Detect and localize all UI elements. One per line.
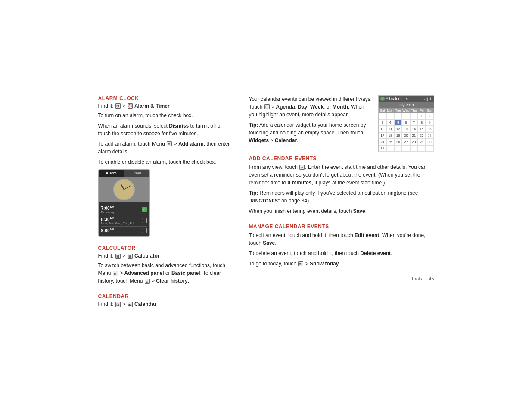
cal-cell — [379, 113, 386, 119]
cal-day-sat2: Sat — [426, 108, 433, 113]
cal-cell-25: 25 — [386, 139, 394, 145]
alarm-time-1: 7:00AM Every day — [101, 206, 115, 214]
cal-day-tue: Tue — [394, 108, 402, 113]
cal-find-label: Find it: — [98, 301, 114, 307]
cal-cell-23: 23 — [426, 132, 433, 139]
calendar-section: CALENDAR Find it: ⊞ > 31 Calendar — [98, 293, 232, 307]
cal-cell-18: 18 — [386, 132, 394, 139]
cal-cell-21: 21 — [410, 132, 418, 139]
cal-add-btn[interactable]: + — [429, 97, 432, 101]
cal-cell-aug2 — [394, 145, 402, 152]
cal-cell-31: 31 — [379, 145, 386, 152]
cal-cell-27: 27 — [402, 139, 410, 145]
cal-cell-aug3 — [402, 145, 410, 152]
cal-cell-12: 12 — [394, 126, 402, 132]
calc-find-detail: Calculator — [134, 253, 160, 259]
menu-icon-calc2 — [145, 279, 150, 284]
cal-cell-29: 29 — [418, 139, 426, 145]
cal-day-wed: Wed — [402, 108, 410, 113]
cal-cell-8: 8 — [418, 119, 426, 126]
alarm-icon: ⏰ — [128, 103, 133, 109]
alarm-clock-title: ALARM CLOCK — [98, 95, 232, 101]
cal-find-detail: Calendar — [134, 301, 156, 307]
cal-prev-btn[interactable]: ◁ — [424, 97, 428, 101]
manage-para1: To edit an event, touch and hold it, the… — [249, 231, 434, 247]
page: ALARM CLOCK Find it: ⊞ > ⏰ Alarm & Timer… — [98, 87, 434, 325]
alarm-para2: When an alarm sounds, select Dismiss to … — [98, 122, 232, 137]
cal-cell — [410, 113, 418, 119]
menu-icon-calc — [113, 271, 118, 276]
footer-section: Tools — [411, 276, 422, 281]
alarm-check-2 — [142, 218, 147, 223]
cal-day-fri: Fri — [418, 108, 426, 113]
alarm-clock-find-it: Find it: ⊞ > ⏰ Alarm & Timer — [98, 103, 232, 109]
cal-cell-9: 9 — [426, 119, 433, 126]
cal-cell-16: 16 — [426, 126, 433, 132]
manage-para3: To go to today, touch > Show today. — [249, 260, 434, 268]
add-calendar-events-section: ADD CALENDAR EVENTS From any view, touch… — [249, 156, 434, 215]
calc-find-label: Find it: — [98, 253, 114, 259]
cal-cell-28: 28 — [410, 139, 418, 145]
cal-header-label: All calendars — [386, 97, 408, 101]
add-event-icon: + — [299, 165, 305, 170]
clock-face — [99, 177, 149, 202]
alarm-tabs: Alarm Timer — [99, 170, 149, 177]
cal-cell-20: 20 — [402, 132, 410, 139]
cal-cell-30: 30 — [426, 139, 433, 145]
cal-day-mon: Mon — [386, 108, 394, 113]
app-icon-calc: ⊞ — [115, 254, 121, 259]
calculator-find-it: Find it: ⊞ > ▦ Calculator — [98, 253, 232, 259]
cal-cell-6: 6 — [402, 119, 410, 126]
calendar-find-it: Find it: ⊞ > 31 Calendar — [98, 301, 232, 307]
alarm-screenshot: Alarm Timer 7:00AM Every day — [98, 169, 150, 237]
cal-cell-22: 22 — [418, 132, 426, 139]
clock-circle — [113, 179, 135, 200]
calendar-widget: All calendars ◁ + July 2011 Sat Mon Tue … — [378, 95, 434, 152]
cal-cell-15: 15 — [418, 126, 426, 132]
add-events-tip: Tip: Reminders will play only if you've … — [249, 189, 434, 205]
cal-cell-26: 26 — [394, 139, 402, 145]
alarm-row-1: 7:00AM Every day ✓ — [101, 204, 147, 215]
cal-cell-17: 17 — [379, 132, 386, 139]
menu-icon — [167, 141, 172, 146]
cal-cell-3: 3 — [379, 119, 386, 126]
alarm-row-3: 9:00AM — [101, 227, 147, 234]
alarm-check-3 — [142, 228, 147, 233]
cal-grid: 1 2 3 4 5 6 7 8 9 10 11 12 13 14 15 16 1… — [379, 113, 434, 152]
cal-nav: ◁ + — [424, 97, 432, 101]
cal-cell — [386, 113, 394, 119]
cal-all-calendars: All calendars — [380, 97, 408, 101]
cal-day-sat1: Sat — [379, 108, 386, 113]
alarm-time-3: 9:00AM — [101, 228, 115, 233]
app-icon-alarm: ⊞ — [115, 103, 121, 109]
cal-icon: 31 — [128, 302, 133, 307]
alarm-row-2: 8:30AM Mon, Tue, Wed, Thu, Fri — [101, 215, 147, 227]
cal-cell-5-today: 5 — [394, 119, 402, 126]
cal-cell-aug4 — [410, 145, 418, 152]
cal-cell-aug6 — [426, 145, 433, 152]
cal-cell-10: 10 — [379, 126, 386, 132]
footer-page: 45 — [429, 276, 434, 281]
cal-cell-14: 14 — [410, 126, 418, 132]
alarm-para1: To turn on an alarm, touch the check box… — [98, 112, 232, 119]
cal-cell-aug5 — [418, 145, 426, 152]
add-events-para1: From any view, touch +. Enter the event … — [249, 163, 434, 187]
cal-cell-1: 1 — [418, 113, 426, 119]
alarm-para3: To add an alarm, touch Menu > Add alarm,… — [98, 140, 232, 156]
calculator-section: CALCULATOR Find it: ⊞ > ▦ Calculator To … — [98, 245, 232, 285]
cal-cell — [394, 113, 402, 119]
clock-minute-hand — [124, 185, 131, 190]
manage-para2: To delete an event, touch and hold it, t… — [249, 249, 434, 257]
cal-cell-24: 24 — [379, 139, 386, 145]
timer-tab: Timer — [124, 170, 149, 177]
app-icon-cal: ⊞ — [115, 302, 121, 307]
manage-calendar-events-title: MANAGE CALENDAR EVENTS — [249, 224, 434, 230]
calc-para1: To switch between basic and advanced fun… — [98, 262, 232, 285]
cal-widget-header: All calendars ◁ + — [379, 96, 434, 102]
alarm-time-2: 8:30AM Mon, Tue, Wed, Thu, Fri — [101, 217, 134, 225]
alarm-find-detail: Alarm & Timer — [134, 103, 170, 109]
alarm-clock-section: ALARM CLOCK Find it: ⊞ > ⏰ Alarm & Timer… — [98, 95, 232, 237]
app-icon-right: ⊞ — [264, 104, 270, 109]
cal-cell-4: 4 — [386, 119, 394, 126]
left-column: ALARM CLOCK Find it: ⊞ > ⏰ Alarm & Timer… — [98, 95, 232, 316]
